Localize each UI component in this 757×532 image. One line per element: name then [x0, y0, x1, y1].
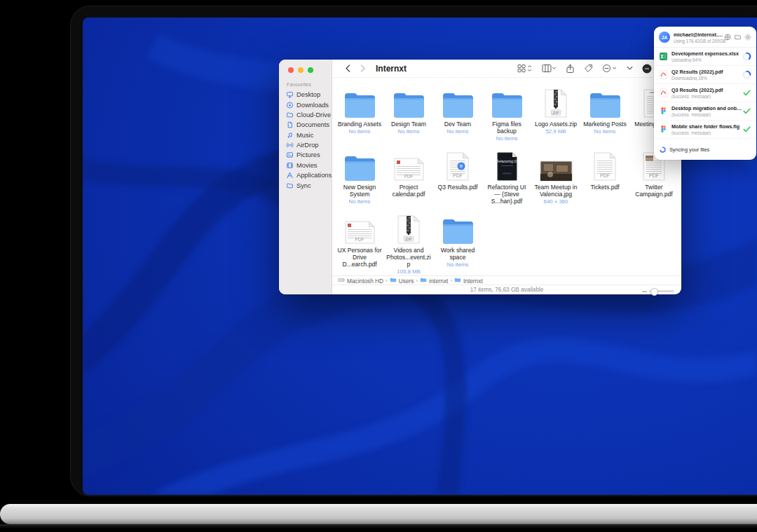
music-icon: [286, 132, 294, 139]
sidebar-item-movies[interactable]: Movies: [279, 161, 332, 170]
file-name: New Design System: [337, 184, 382, 198]
file-item-tickets-pdf[interactable]: PDF Tickets.pdf: [580, 146, 629, 207]
file-name: Dev Team: [444, 121, 472, 128]
file-subtitle: No items: [349, 128, 371, 135]
share-icon[interactable]: [566, 64, 575, 74]
sidebar-item-documents[interactable]: Documents: [279, 120, 332, 130]
globe-icon[interactable]: [724, 31, 731, 43]
tag-icon[interactable]: [584, 64, 593, 73]
svg-text:Refactoring UI: Refactoring UI: [496, 160, 517, 163]
breadcrumb-macintosh-hd[interactable]: Macintosh HD: [338, 277, 383, 285]
desktop-icon: [286, 91, 294, 98]
file-subtitle: No items: [594, 128, 616, 135]
file-subtitle: No items: [349, 198, 371, 205]
syncing-label: Syncing your files: [669, 146, 709, 153]
sync-item-desktop-migration-and-onboardi[interactable]: Desktop migration and onboardi... (succe…: [654, 102, 756, 121]
file-item-dev-team[interactable]: Dev Team No items: [433, 83, 482, 144]
folder-mini-icon: [454, 277, 461, 285]
sidebar-item-applications[interactable]: Applications: [279, 170, 332, 180]
file-name: Work shared space: [435, 247, 480, 261]
file-item-logo-assets-zip[interactable]: ZIP Logo Assets.zip 52,9 MB: [531, 83, 580, 144]
sync-item-development-expenses-xlsx[interactable]: Development expenses.xlsx Uploading 64%: [654, 48, 756, 66]
window-title: Internxt: [376, 64, 407, 74]
group-view-chevron-icon[interactable]: [542, 64, 557, 73]
file-item-q3-results-pdf[interactable]: PDF Q3 Results.pdf: [433, 146, 482, 207]
file-item-figma-files-backup[interactable]: Figma files backup No items: [482, 83, 531, 144]
sidebar-item-sync[interactable]: Sync: [279, 180, 332, 190]
file-item-new-design-system[interactable]: New Design System No items: [335, 146, 384, 207]
file-item-project-calendar-pdf[interactable]: PDF Project calendar.pdf: [384, 146, 433, 207]
sidebar-item-label: Cloud-Drive: [296, 111, 331, 118]
minimize-button[interactable]: [298, 67, 304, 73]
file-item-design-team[interactable]: Design Team No items: [384, 83, 433, 144]
syncing-spinner-icon: [660, 143, 666, 156]
pictures-icon: [286, 151, 294, 158]
internxt-sync-popup: JA michael@internxt.com Using 176.42GB o…: [654, 27, 756, 160]
airdrop-icon: [286, 142, 294, 149]
sidebar-item-airdrop[interactable]: AirDrop: [279, 140, 332, 150]
breadcrumb-separator: ›: [450, 278, 452, 284]
breadcrumb-users[interactable]: Users: [390, 277, 414, 285]
sync-item-subtitle: (success_message): [671, 130, 742, 135]
file-item-work-shared-space[interactable]: Work shared space No items: [433, 210, 482, 275]
internxt-menu-icon[interactable]: [642, 64, 652, 74]
folder-icon: [393, 83, 425, 118]
movies-icon: [286, 162, 294, 169]
sync-item-q2-results-2022-pdf[interactable]: Q2 Results (2022).pdf Downloading 26%: [654, 66, 756, 84]
account-email: michael@internxt.com: [674, 32, 724, 38]
sidebar-item-downloads[interactable]: Downloads: [279, 100, 332, 109]
breadcrumb-separator: ›: [416, 278, 418, 284]
file-item-branding-assets[interactable]: Branding Assets No items: [335, 83, 384, 144]
sync-item-title: Q3 Results (2022).pdf: [671, 87, 742, 93]
sidebar-item-label: AirDrop: [296, 142, 319, 149]
folder-icon: [343, 83, 376, 118]
view-grid-sort-icon[interactable]: [517, 64, 533, 73]
file-name: Tickets.pdf: [590, 184, 619, 191]
file-item-refactoring-ui-steve-s-han-pdf[interactable]: Refactoring UI Refactoring UI — (Steve S…: [482, 146, 531, 207]
file-item-ux-personas-for-drive-d-earch-pdf[interactable]: PDF UX Personas for Drive D...earch.pdf: [335, 210, 384, 275]
gear-icon[interactable]: [744, 31, 751, 43]
sidebar-item-label: Movies: [296, 162, 317, 169]
sidebar-item-desktop[interactable]: Desktop: [279, 90, 332, 100]
file-grid: Branding Assets No items Design Team No …: [332, 78, 681, 275]
finder-main: Internxt Branding Assets No items Design…: [332, 60, 681, 294]
slider-track[interactable]: [649, 290, 674, 292]
back-button[interactable]: [342, 63, 353, 74]
breadcrumb-internxt[interactable]: Internxt: [454, 277, 483, 285]
file-name: Figma files backup: [484, 121, 529, 135]
icon-size-slider[interactable]: [642, 290, 674, 292]
sidebar-item-pictures[interactable]: Pictures: [279, 150, 332, 160]
folder-icon: [286, 182, 294, 189]
sidebar-item-label: Applications: [296, 172, 332, 179]
downloads-icon: [286, 102, 294, 109]
folder-gray-icon[interactable]: [734, 31, 742, 43]
sidebar-item-cloud-drive[interactable]: Cloud-Drive: [279, 110, 332, 120]
file-item-videos-and-photos-event-zip[interactable]: ZIP Videos and Photos...event.zip 105,8 …: [384, 210, 433, 275]
file-item-team-meetup-in-valencia-jpg[interactable]: Team Meetup in Valencia.jpg 640 × 360: [531, 146, 580, 207]
svg-text:PDF: PDF: [453, 173, 463, 178]
chevron-down-icon[interactable]: [627, 66, 633, 71]
close-button[interactable]: [288, 67, 294, 73]
breadcrumb-internxt[interactable]: internxt: [420, 277, 448, 285]
xlsx-file-icon: [659, 52, 668, 61]
progress-spinner-icon: [742, 52, 751, 61]
pdf-file-icon: [659, 88, 668, 97]
sidebar-item-music[interactable]: Music: [279, 130, 332, 140]
sidebar-item-label: Music: [296, 132, 313, 139]
more-chevron-icon[interactable]: [602, 64, 618, 73]
avatar: JA: [659, 32, 670, 43]
folder-icon: [286, 111, 294, 118]
file-item-marketing-posts[interactable]: Marketing Posts No items: [580, 83, 629, 144]
pdf-chart-icon: PDF: [446, 146, 470, 182]
document-icon: [286, 121, 294, 128]
file-name: Branding Assets: [338, 121, 381, 128]
zoom-button[interactable]: [308, 67, 313, 73]
pdf-icon: PDF: [593, 146, 617, 182]
forward-button[interactable]: [357, 63, 369, 74]
sync-item-q3-results-2022-pdf[interactable]: Q3 Results (2022).pdf (success_message): [654, 84, 756, 102]
svg-text:PDF: PDF: [404, 174, 413, 179]
sync-item-title: Development expenses.xlsx: [671, 50, 742, 57]
sync-item-mobile-share-folder-flows-fig[interactable]: Mobile share folder flows.fig (success_m…: [654, 121, 756, 139]
sync-item-subtitle: (success_message): [671, 112, 742, 117]
sync-item-subtitle: Uploading 64%: [671, 57, 742, 62]
